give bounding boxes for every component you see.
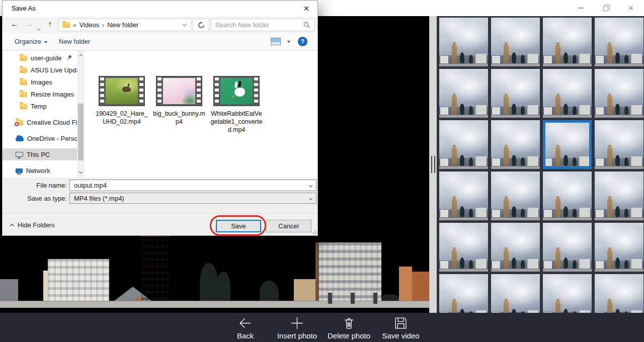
address-bar: ← → ↑ « Videos › New folder Search New xyxy=(3,17,317,33)
sidebar-item-images[interactable]: Images xyxy=(3,76,77,88)
dialog-content: user-guideASUS Live UpdatImagesResize Im… xyxy=(3,51,317,178)
file-item[interactable]: big_buck_bunny.mp4 xyxy=(153,76,205,126)
scrollbar-thumb[interactable] xyxy=(78,104,84,160)
wall xyxy=(0,301,429,308)
frame-thumbnail[interactable] xyxy=(543,18,592,66)
dialog-title: Save As xyxy=(12,5,36,12)
file-name-label: 190429_02_Hare_UHD_02.mp4 xyxy=(96,110,148,126)
bunny-thumbnail xyxy=(163,78,195,104)
sidebar-item-this-pc[interactable]: This PC xyxy=(3,148,77,160)
frame-thumbnail[interactable] xyxy=(491,120,540,169)
toolbar-button-insert-photo[interactable]: Insert photo xyxy=(271,314,323,340)
wall-post xyxy=(373,293,377,304)
frame-thumbnail[interactable] xyxy=(595,172,643,220)
frame-thumbnail[interactable] xyxy=(491,18,540,66)
frame-thumbnail[interactable] xyxy=(543,69,592,118)
forward-arrow-icon[interactable]: → xyxy=(26,20,34,29)
fields-area: File name: output.mp4 Save as type: MP4 … xyxy=(3,178,317,207)
building-modern xyxy=(315,242,381,303)
frame-thumbnail[interactable] xyxy=(439,223,488,272)
save-type-select[interactable]: MP4 files (*.mp4) xyxy=(69,193,316,204)
toolbar-button-delete-photo[interactable]: Delete photo xyxy=(323,314,375,340)
window-controls: × xyxy=(575,0,637,16)
frame-thumbnail[interactable] xyxy=(543,223,592,272)
breadcrumb[interactable]: « Videos › New folder xyxy=(59,19,191,31)
back-arrow-icon[interactable]: ← xyxy=(11,20,19,29)
help-button[interactable]: ? xyxy=(298,37,307,46)
pin-icon xyxy=(65,54,73,62)
save-type-label: Save as type: xyxy=(3,195,67,202)
breadcrumb-item-new-folder[interactable]: New folder xyxy=(107,21,138,29)
refresh-button[interactable] xyxy=(193,19,209,31)
frame-thumbnail[interactable] xyxy=(491,172,540,220)
toolbar-row: BackInsert photoDelete photoSave video xyxy=(219,314,427,340)
back-arrow-icon xyxy=(238,314,252,330)
sidebar-item-onedrive-person[interactable]: OneDrive - Person xyxy=(3,132,77,144)
dialog-close-button[interactable]: × xyxy=(299,3,313,15)
frame-thumbnail[interactable] xyxy=(439,69,488,118)
building-brick-tower xyxy=(141,232,169,302)
frame-thumbnail[interactable] xyxy=(491,69,540,118)
app-close-button[interactable]: × xyxy=(625,2,637,14)
sidebar-item-creative-cloud-file[interactable]: Creative Cloud File xyxy=(3,116,77,128)
frame-thumbnail[interactable] xyxy=(439,120,488,169)
resize-grip[interactable] xyxy=(311,229,316,234)
restore-icon xyxy=(603,6,609,11)
sidebar-item-resize-images[interactable]: Resize Images xyxy=(3,88,77,100)
sidebar-item-user-guide[interactable]: user-guide xyxy=(3,52,77,64)
history-chevron-icon[interactable] xyxy=(38,23,40,32)
panel-splitter[interactable] xyxy=(429,16,437,313)
sidebar-item-network[interactable]: Network xyxy=(3,164,77,177)
file-name-label: WhiteRabbitEatVegetable1_converted.mp4 xyxy=(210,110,263,134)
frame-thumbnail[interactable] xyxy=(595,18,643,66)
frame-thumbnail[interactable] xyxy=(491,223,540,272)
refresh-icon xyxy=(198,22,205,29)
frame-thumbnail-selected[interactable] xyxy=(543,120,592,169)
sidebar-item-temp[interactable]: Temp xyxy=(3,100,77,112)
frame-thumbnail[interactable] xyxy=(595,69,643,118)
rabbit-thumbnail xyxy=(220,78,253,104)
hide-folders-button[interactable]: Hide Folders xyxy=(11,221,55,229)
scroll-up-icon[interactable] xyxy=(77,52,85,60)
splitter-handle-icon xyxy=(431,156,435,173)
folder-icon xyxy=(62,22,70,28)
file-name-input[interactable]: output.mp4 xyxy=(69,180,316,191)
cancel-button[interactable]: Cancel xyxy=(266,220,311,232)
file-item[interactable]: WhiteRabbitEatVegetable1_converted.mp4 xyxy=(210,76,263,134)
frame-thumbnail[interactable] xyxy=(439,172,488,220)
frame-thumbnail[interactable] xyxy=(543,274,592,313)
restore-button[interactable] xyxy=(600,2,612,14)
save-button[interactable]: Save xyxy=(216,220,261,232)
scroll-down-icon[interactable] xyxy=(77,167,85,176)
combo-chevron-icon[interactable] xyxy=(309,197,312,200)
search-input[interactable]: Search New folder xyxy=(211,19,314,31)
minimize-button[interactable] xyxy=(575,2,587,14)
views-button[interactable] xyxy=(271,38,290,45)
frame-thumbnail[interactable] xyxy=(595,223,643,272)
file-item[interactable]: 190429_02_Hare_UHD_02.mp4 xyxy=(96,76,148,126)
frame-thumbnail[interactable] xyxy=(439,274,488,313)
caret-down-icon xyxy=(44,41,47,43)
combo-chevron-icon[interactable] xyxy=(309,184,312,187)
organize-button[interactable]: Organize xyxy=(15,38,47,45)
floppy-icon xyxy=(394,314,408,330)
creative-cloud-icon xyxy=(16,120,23,125)
breadcrumb-item-videos[interactable]: Videos xyxy=(79,21,100,29)
views-icon xyxy=(271,38,281,45)
address-dropdown-icon[interactable] xyxy=(183,22,187,26)
search-icon xyxy=(303,22,310,28)
file-name-value: output.mp4 xyxy=(74,182,107,189)
frame-thumbnail[interactable] xyxy=(491,274,540,313)
sidebar-scrollbar[interactable] xyxy=(77,51,85,178)
sidebar-item-asus-live-updat[interactable]: ASUS Live Updat xyxy=(3,64,77,76)
up-arrow-icon[interactable]: ↑ xyxy=(48,20,52,29)
new-folder-button[interactable]: New folder xyxy=(59,38,90,45)
film-strip-icon xyxy=(213,76,260,106)
dialog-titlebar[interactable]: Save As × xyxy=(3,1,317,17)
frame-thumbnail[interactable] xyxy=(439,18,488,66)
frame-thumbnail[interactable] xyxy=(595,120,643,169)
frame-thumbnail[interactable] xyxy=(543,172,592,220)
frame-thumbnail[interactable] xyxy=(595,274,643,313)
toolbar-button-save-video[interactable]: Save video xyxy=(375,314,427,340)
toolbar-button-back[interactable]: Back xyxy=(219,314,271,340)
